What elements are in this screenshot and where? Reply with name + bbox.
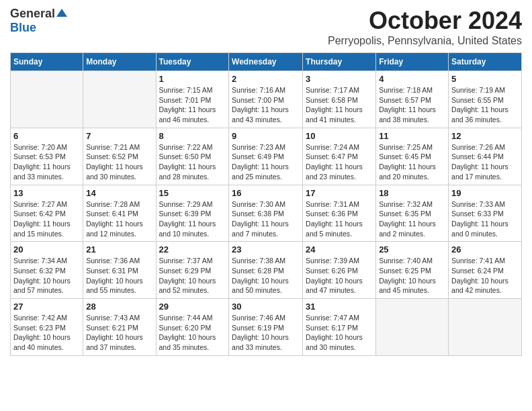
weekday-header: Monday — [83, 53, 156, 71]
calendar-cell: 23 Sunrise: 7:38 AM Sunset: 6:28 PM Dayl… — [229, 242, 303, 299]
svg-marker-0 — [56, 9, 67, 17]
month-title: October 2024 — [328, 7, 522, 35]
calendar-cell: 9 Sunrise: 7:23 AM Sunset: 6:49 PM Dayli… — [229, 128, 303, 185]
day-number: 10 — [306, 131, 373, 141]
day-info: Sunrise: 7:34 AM Sunset: 6:32 PM Dayligh… — [13, 256, 80, 295]
calendar-cell: 5 Sunrise: 7:19 AM Sunset: 6:55 PM Dayli… — [449, 71, 522, 128]
day-number: 8 — [159, 131, 226, 141]
calendar-week: 13 Sunrise: 7:27 AM Sunset: 6:42 PM Dayl… — [11, 185, 522, 242]
calendar-week: 27 Sunrise: 7:42 AM Sunset: 6:23 PM Dayl… — [11, 299, 522, 356]
day-number: 26 — [451, 244, 519, 255]
weekday-header: Saturday — [449, 53, 522, 71]
calendar-cell: 31 Sunrise: 7:47 AM Sunset: 6:17 PM Dayl… — [303, 299, 376, 356]
weekday-header: Thursday — [303, 53, 376, 71]
day-number: 28 — [86, 302, 152, 312]
day-info: Sunrise: 7:24 AM Sunset: 6:47 PM Dayligh… — [306, 142, 373, 182]
calendar-cell: 11 Sunrise: 7:25 AM Sunset: 6:45 PM Dayl… — [376, 128, 449, 185]
calendar-cell — [11, 71, 83, 128]
day-number: 27 — [13, 302, 80, 312]
weekday-header: Wednesday — [229, 53, 303, 71]
calendar-cell: 10 Sunrise: 7:24 AM Sunset: 6:47 PM Dayl… — [303, 128, 376, 185]
calendar-cell — [376, 299, 449, 356]
title-section: October 2024 Perryopolis, Pennsylvania, … — [328, 7, 522, 47]
day-number: 20 — [13, 244, 80, 255]
day-info: Sunrise: 7:36 AM Sunset: 6:31 PM Dayligh… — [86, 256, 152, 295]
logo-blue-text: Blue — [10, 21, 36, 34]
calendar-cell: 28 Sunrise: 7:43 AM Sunset: 6:21 PM Dayl… — [83, 299, 156, 356]
day-info: Sunrise: 7:17 AM Sunset: 6:58 PM Dayligh… — [306, 85, 373, 125]
calendar-cell: 16 Sunrise: 7:30 AM Sunset: 6:38 PM Dayl… — [229, 185, 303, 242]
calendar-cell — [449, 299, 522, 356]
day-info: Sunrise: 7:39 AM Sunset: 6:26 PM Dayligh… — [306, 256, 373, 295]
calendar-cell: 25 Sunrise: 7:40 AM Sunset: 6:25 PM Dayl… — [376, 242, 449, 299]
day-info: Sunrise: 7:31 AM Sunset: 6:36 PM Dayligh… — [306, 199, 373, 239]
calendar-cell: 29 Sunrise: 7:44 AM Sunset: 6:20 PM Dayl… — [156, 299, 229, 356]
day-number: 29 — [159, 302, 226, 312]
day-info: Sunrise: 7:47 AM Sunset: 6:17 PM Dayligh… — [306, 313, 373, 353]
header-row: SundayMondayTuesdayWednesdayThursdayFrid… — [11, 53, 522, 71]
logo: General Blue — [10, 7, 67, 35]
day-number: 3 — [306, 74, 373, 84]
calendar-cell: 12 Sunrise: 7:26 AM Sunset: 6:44 PM Dayl… — [449, 128, 522, 185]
day-info: Sunrise: 7:41 AM Sunset: 6:24 PM Dayligh… — [451, 256, 519, 295]
day-info: Sunrise: 7:44 AM Sunset: 6:20 PM Dayligh… — [159, 313, 226, 353]
day-info: Sunrise: 7:22 AM Sunset: 6:50 PM Dayligh… — [159, 142, 226, 182]
day-info: Sunrise: 7:29 AM Sunset: 6:39 PM Dayligh… — [159, 199, 226, 239]
day-number: 12 — [451, 131, 519, 141]
weekday-header: Sunday — [11, 53, 83, 71]
day-number: 1 — [159, 74, 226, 84]
day-info: Sunrise: 7:21 AM Sunset: 6:52 PM Dayligh… — [86, 142, 152, 182]
calendar-cell: 30 Sunrise: 7:46 AM Sunset: 6:19 PM Dayl… — [229, 299, 303, 356]
calendar-table: SundayMondayTuesdayWednesdayThursdayFrid… — [10, 52, 522, 356]
day-number: 7 — [86, 131, 152, 141]
calendar-week: 1 Sunrise: 7:15 AM Sunset: 7:01 PM Dayli… — [11, 71, 522, 128]
page-header: General Blue October 2024 Perryopolis, P… — [10, 7, 522, 47]
day-info: Sunrise: 7:16 AM Sunset: 7:00 PM Dayligh… — [232, 85, 300, 125]
calendar-week: 6 Sunrise: 7:20 AM Sunset: 6:53 PM Dayli… — [11, 128, 522, 185]
day-info: Sunrise: 7:40 AM Sunset: 6:25 PM Dayligh… — [379, 256, 445, 295]
day-info: Sunrise: 7:30 AM Sunset: 6:38 PM Dayligh… — [232, 199, 300, 239]
day-info: Sunrise: 7:42 AM Sunset: 6:23 PM Dayligh… — [13, 313, 80, 353]
day-number: 9 — [232, 131, 300, 141]
day-number: 18 — [379, 188, 445, 198]
day-number: 31 — [306, 302, 373, 312]
calendar-cell: 26 Sunrise: 7:41 AM Sunset: 6:24 PM Dayl… — [449, 242, 522, 299]
day-info: Sunrise: 7:26 AM Sunset: 6:44 PM Dayligh… — [451, 142, 519, 182]
calendar-cell: 15 Sunrise: 7:29 AM Sunset: 6:39 PM Dayl… — [156, 185, 229, 242]
calendar-cell: 17 Sunrise: 7:31 AM Sunset: 6:36 PM Dayl… — [303, 185, 376, 242]
day-info: Sunrise: 7:19 AM Sunset: 6:55 PM Dayligh… — [451, 85, 519, 125]
day-number: 30 — [232, 302, 300, 312]
calendar-cell: 1 Sunrise: 7:15 AM Sunset: 7:01 PM Dayli… — [156, 71, 229, 128]
calendar-cell: 6 Sunrise: 7:20 AM Sunset: 6:53 PM Dayli… — [11, 128, 83, 185]
day-number: 2 — [232, 74, 300, 84]
weekday-header: Tuesday — [156, 53, 229, 71]
calendar-cell: 24 Sunrise: 7:39 AM Sunset: 6:26 PM Dayl… — [303, 242, 376, 299]
day-info: Sunrise: 7:37 AM Sunset: 6:29 PM Dayligh… — [159, 256, 226, 295]
calendar-cell: 20 Sunrise: 7:34 AM Sunset: 6:32 PM Dayl… — [11, 242, 83, 299]
calendar-cell: 14 Sunrise: 7:28 AM Sunset: 6:41 PM Dayl… — [83, 185, 156, 242]
calendar-cell: 3 Sunrise: 7:17 AM Sunset: 6:58 PM Dayli… — [303, 71, 376, 128]
calendar-cell — [83, 71, 156, 128]
day-number: 21 — [86, 244, 152, 255]
day-number: 13 — [13, 188, 80, 198]
calendar-cell: 21 Sunrise: 7:36 AM Sunset: 6:31 PM Dayl… — [83, 242, 156, 299]
day-number: 17 — [306, 188, 373, 198]
day-number: 5 — [451, 74, 519, 84]
calendar-cell: 27 Sunrise: 7:42 AM Sunset: 6:23 PM Dayl… — [11, 299, 83, 356]
day-info: Sunrise: 7:28 AM Sunset: 6:41 PM Dayligh… — [86, 199, 152, 239]
day-number: 25 — [379, 244, 445, 255]
day-number: 24 — [306, 244, 373, 255]
calendar-cell: 13 Sunrise: 7:27 AM Sunset: 6:42 PM Dayl… — [11, 185, 83, 242]
day-info: Sunrise: 7:33 AM Sunset: 6:33 PM Dayligh… — [451, 199, 519, 239]
calendar-cell: 19 Sunrise: 7:33 AM Sunset: 6:33 PM Dayl… — [449, 185, 522, 242]
day-number: 16 — [232, 188, 300, 198]
calendar-week: 20 Sunrise: 7:34 AM Sunset: 6:32 PM Dayl… — [11, 242, 522, 299]
logo-icon — [56, 7, 67, 21]
calendar-cell: 7 Sunrise: 7:21 AM Sunset: 6:52 PM Dayli… — [83, 128, 156, 185]
day-number: 4 — [379, 74, 445, 84]
day-number: 23 — [232, 244, 300, 255]
day-number: 11 — [379, 131, 445, 141]
day-number: 15 — [159, 188, 226, 198]
day-number: 14 — [86, 188, 152, 198]
calendar-cell: 2 Sunrise: 7:16 AM Sunset: 7:00 PM Dayli… — [229, 71, 303, 128]
